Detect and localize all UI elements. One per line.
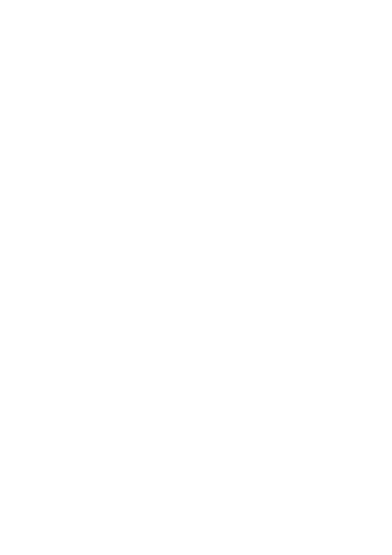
page-sheet: CD/USB Related Information Supported Aud… <box>0 0 392 41</box>
